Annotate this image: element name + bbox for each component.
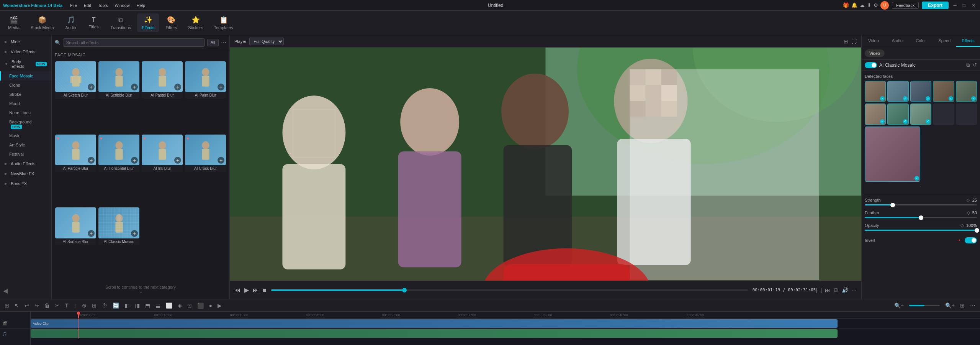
sidebar-item-art-style[interactable]: Art Style [0, 140, 51, 150]
menu-tools[interactable]: Tools [95, 2, 111, 8]
effect-ai-surface-blur[interactable]: + AI Surface Blur [55, 207, 97, 279]
timeline-tool-add[interactable]: ⊕ [80, 302, 88, 309]
next-frame-icon[interactable]: ⏭ [825, 287, 830, 293]
add-effect-icon8[interactable]: + [218, 157, 224, 164]
search-input[interactable] [63, 38, 205, 47]
effect-ai-classic-mosaic[interactable]: + AI Classic Mosaic [98, 207, 140, 279]
tool-titles[interactable]: T Titles [83, 14, 105, 31]
copy-icon[interactable]: ⧉ [966, 62, 970, 68]
timeline-tool-fill2[interactable]: ⬓ [154, 302, 162, 309]
feather-slider[interactable] [865, 217, 977, 218]
sidebar-body-header[interactable]: ▼ Body Effects NEW [0, 57, 51, 71]
notification-icon[interactable]: 🔔 [851, 2, 857, 8]
video-clip[interactable]: Video Clip [31, 319, 838, 328]
timeline-tool-crop2[interactable]: ◨ [133, 302, 141, 309]
feather-thumb[interactable] [919, 215, 923, 220]
timeline-tool-text[interactable]: T [64, 302, 70, 309]
effect-ai-ink-blur[interactable]: ♥ + AI Ink Blur [141, 134, 183, 206]
face-thumb-3[interactable]: ✓ [910, 81, 931, 102]
timeline-tool-timer[interactable]: ⏱ [100, 302, 109, 309]
sidebar-item-background[interactable]: Background NEW [0, 117, 51, 131]
timeline-settings-icon[interactable]: ⊞ [959, 302, 966, 309]
effect-ai-particle-blur[interactable]: ♥ + AI Particle Blur [55, 134, 97, 206]
tab-audio[interactable]: Audio [885, 35, 909, 47]
timeline-tool-target[interactable]: ◈ [176, 302, 183, 309]
timeline-tool-delete[interactable]: 🗑 [43, 302, 51, 309]
effect-ai-paint-blur[interactable]: + AI Paint Blur [185, 61, 226, 133]
sidebar-item-stroke[interactable]: Stroke [0, 90, 51, 99]
tab-effects[interactable]: Effects [956, 35, 980, 47]
tab-speed[interactable]: Speed [933, 35, 956, 47]
timeline-tool-select[interactable]: ↖ [13, 302, 21, 309]
tool-stock[interactable]: 📦 Stock Media [26, 13, 59, 32]
download-icon[interactable]: ⬇ [867, 2, 871, 8]
timeline-tool-crop1[interactable]: ◧ [123, 302, 131, 309]
opacity-slider[interactable] [865, 230, 977, 231]
sidebar-boris-header[interactable]: ▶ Boris FX [0, 179, 51, 189]
stop-button[interactable]: ■ [263, 287, 267, 294]
sidebar-newblue-header[interactable]: ▶ NewBlue FX [0, 169, 51, 179]
invert-toggle[interactable] [965, 237, 977, 243]
render-preview-icon[interactable]: 🖥 [833, 287, 839, 293]
face-thumb-1[interactable]: ✓ [865, 81, 886, 102]
strength-slider[interactable] [865, 204, 977, 205]
timeline-tool-bg[interactable]: ⬛ [196, 302, 205, 309]
tool-filters[interactable]: 🎨 Filters [160, 13, 182, 32]
user-avatar[interactable]: U [880, 1, 889, 10]
more-options-icon[interactable]: ⋯ [221, 39, 226, 46]
tool-stickers[interactable]: ⭐ Stickers [183, 13, 208, 32]
maximize-button[interactable]: □ [961, 3, 967, 8]
tool-audio[interactable]: 🎵 Audio [60, 13, 82, 32]
tool-templates[interactable]: 📋 Templates [209, 13, 237, 32]
menu-edit[interactable]: Edit [81, 2, 94, 8]
cloud-icon[interactable]: ☁ [860, 2, 865, 8]
zoom-out-icon[interactable]: 🔍− [893, 302, 905, 309]
subtab-video[interactable]: Video [865, 49, 885, 57]
sidebar-item-clone[interactable]: Clone [0, 80, 51, 90]
tab-video[interactable]: Video [862, 35, 885, 47]
face-thumb-4[interactable]: ✓ [933, 81, 954, 102]
timeline-tool-play2[interactable]: ▶ [216, 302, 223, 309]
close-button[interactable]: ✕ [970, 3, 977, 8]
timeline-tool-cut[interactable]: ✂ [54, 302, 61, 309]
add-effect-icon5[interactable]: + [88, 157, 95, 164]
timeline-tool-fill1[interactable]: ⬒ [144, 302, 152, 309]
audio-clip[interactable] [31, 329, 838, 338]
effect-ai-scribble-blur[interactable]: + AI Scribble Blur [98, 61, 140, 133]
sidebar-video-header[interactable]: ▶ Video Effects [0, 47, 51, 57]
sidebar-mine-header[interactable]: ▶ Mine [0, 37, 51, 47]
face-thumb-9[interactable]: ✓ [865, 127, 920, 182]
reset-icon[interactable]: ↺ [973, 62, 977, 68]
tab-color[interactable]: Color [909, 35, 933, 47]
face-thumb-2[interactable]: ✓ [887, 81, 908, 102]
effect-ai-horizontal-blur[interactable]: ♥ + AI Horizontal Blur [98, 134, 140, 206]
skip-back-button[interactable]: ⏮ [234, 287, 241, 294]
quality-select[interactable]: Full Quality 1/2 Quality 1/4 Quality [249, 38, 284, 45]
opacity-reset-icon[interactable]: ◇ [960, 223, 964, 228]
sidebar-audio-header[interactable]: ▶ Audio Effects [0, 159, 51, 169]
menu-window[interactable]: Window [111, 2, 133, 8]
tool-media[interactable]: 🎬 Media [3, 13, 25, 32]
sidebar-item-mask[interactable]: Mask [0, 131, 51, 140]
more-controls-icon[interactable]: ⋯ [851, 287, 857, 293]
skip-forward-button[interactable]: ⏭ [253, 287, 259, 294]
timeline-tool-split[interactable]: ⊞ [3, 302, 11, 309]
timeline-tool-redo[interactable]: ↪ [33, 302, 41, 309]
effect-ai-cross-blur[interactable]: ♥ + AI Cross Blur [185, 134, 226, 206]
sidebar-item-neon-lines[interactable]: Neon Lines [0, 108, 51, 117]
feather-reset-icon[interactable]: ◇ [967, 210, 970, 215]
fit-to-screen-icon[interactable]: ⊞ [844, 38, 848, 44]
zoom-slider[interactable] [909, 305, 940, 306]
tool-transitions[interactable]: ⧉ Transitions [106, 14, 136, 32]
export-button[interactable]: Export [922, 2, 949, 9]
face-thumb-5[interactable]: ✓ [956, 81, 977, 102]
settings-icon[interactable]: ⚙ [874, 2, 878, 8]
mark-in-icon[interactable]: [ [816, 287, 817, 293]
add-effect-icon6[interactable]: + [131, 157, 138, 164]
timeline-tool-undo[interactable]: ↩ [23, 302, 31, 309]
face-thumb-7[interactable]: ✓ [887, 104, 908, 125]
zoom-in-icon[interactable]: 🔍+ [944, 302, 956, 309]
sidebar-item-festival[interactable]: Festival [0, 150, 51, 159]
strength-reset-icon[interactable]: ◇ [967, 197, 970, 203]
add-effect-icon9[interactable]: + [88, 230, 95, 237]
